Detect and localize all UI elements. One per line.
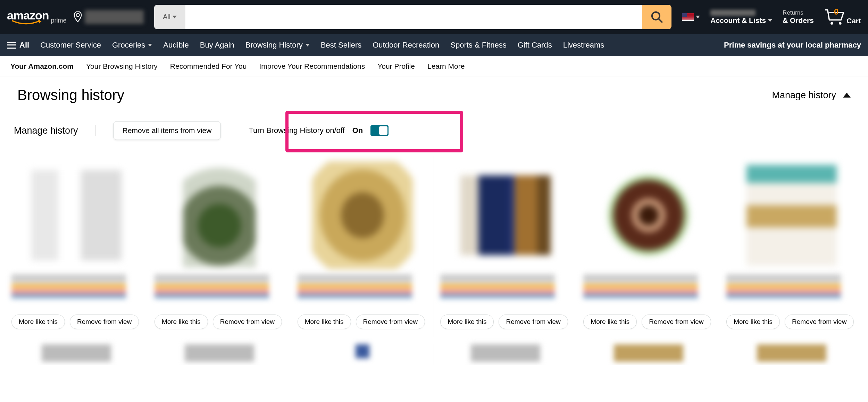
tab-your-amazon[interactable]: Your Amazon.com	[10, 62, 74, 70]
product-thumbnail[interactable]	[298, 160, 428, 271]
remove-from-view-button[interactable]: Remove from view	[642, 315, 711, 329]
chevron-up-icon	[843, 93, 851, 98]
history-card: More like this Remove from view	[434, 156, 577, 337]
history-tabs: Your Amazon.com Your Browsing History Re…	[0, 56, 868, 76]
chevron-down-icon	[696, 16, 700, 18]
history-grid-row2	[0, 344, 868, 365]
product-thumbnail[interactable]	[583, 160, 713, 271]
cart-label: Cart	[846, 17, 861, 25]
product-meta-blurred	[583, 274, 713, 309]
search-input[interactable]	[185, 5, 642, 29]
search-dept-label: All	[163, 13, 170, 21]
manage-history-toggle[interactable]: Manage history	[772, 90, 851, 101]
search-icon	[650, 10, 663, 24]
nav-sports-fitness[interactable]: Sports & Fitness	[450, 41, 506, 50]
returns-orders[interactable]: Returns & Orders	[783, 9, 814, 25]
returns-top: Returns	[783, 9, 814, 16]
history-toggle-switch[interactable]	[370, 125, 389, 136]
cart-link[interactable]: 0 Cart	[824, 9, 861, 25]
account-lists-label: Account & Lists	[710, 16, 766, 25]
svg-point-3	[839, 22, 841, 24]
tab-your-profile[interactable]: Your Profile	[377, 62, 415, 70]
more-like-this-button[interactable]: More like this	[298, 315, 351, 329]
manage-panel-heading: Manage history	[14, 125, 96, 136]
toggle-label: Turn Browsing History on/off	[249, 126, 344, 135]
hello-line	[710, 9, 772, 16]
nav-promo-link[interactable]: Prime savings at your local pharmacy	[724, 41, 861, 50]
product-meta-blurred	[440, 274, 570, 309]
nav-top: amazon prime All Account & Lists Returns	[0, 0, 868, 34]
nav-groceries[interactable]: Groceries	[112, 41, 152, 50]
deliver-to[interactable]	[73, 10, 144, 24]
more-like-this-button[interactable]: More like this	[155, 315, 208, 329]
history-card: More like this Remove from view	[720, 156, 863, 337]
nav-buy-again[interactable]: Buy Again	[200, 41, 234, 50]
history-card: More like this Remove from view	[148, 156, 291, 337]
nav-best-sellers[interactable]: Best Sellers	[321, 41, 361, 50]
manage-history-label: Manage history	[772, 90, 836, 101]
product-thumbnail[interactable]	[440, 160, 570, 271]
returns-main: & Orders	[783, 16, 814, 25]
nav-livestreams[interactable]: Livestreams	[563, 41, 604, 50]
chevron-down-icon	[173, 16, 177, 18]
search-department-dropdown[interactable]: All	[154, 5, 185, 29]
product-meta-blurred	[726, 274, 857, 309]
toggle-state-text: On	[352, 126, 363, 135]
tab-browsing-history[interactable]: Your Browsing History	[86, 62, 158, 70]
logo-text: amazon	[7, 9, 49, 22]
logo-prime-text: prime	[51, 17, 67, 24]
svg-point-2	[831, 22, 833, 24]
chevron-down-icon	[768, 19, 772, 22]
history-toggle-group: Turn Browsing History on/off On	[238, 120, 399, 141]
nav-outdoor-recreation[interactable]: Outdoor Recreation	[373, 41, 439, 50]
account-menu[interactable]: Account & Lists	[710, 9, 772, 25]
history-card: More like this Remove from view	[577, 156, 720, 337]
more-like-this-button[interactable]: More like this	[440, 315, 494, 329]
remove-from-view-button[interactable]: Remove from view	[70, 315, 139, 329]
product-thumbnail[interactable]	[726, 160, 857, 271]
hamburger-icon	[7, 42, 16, 49]
history-grid: More like this Remove from view More lik…	[0, 149, 868, 344]
remove-all-button[interactable]: Remove all items from view	[113, 121, 221, 140]
deliver-address-blurred	[85, 10, 144, 24]
nav-right: Account & Lists Returns & Orders 0 Cart	[682, 9, 861, 25]
nav-all-label: All	[19, 41, 29, 50]
more-like-this-button[interactable]: More like this	[11, 315, 65, 329]
tab-improve-recs[interactable]: Improve Your Recommendations	[259, 62, 365, 70]
more-like-this-button[interactable]: More like this	[726, 315, 780, 329]
remove-from-view-button[interactable]: Remove from view	[499, 315, 568, 329]
location-icon	[73, 11, 83, 23]
svg-line-1	[659, 18, 662, 22]
nav-customer-service[interactable]: Customer Service	[40, 41, 101, 50]
nav-sub: All Customer Service Groceries Audible B…	[0, 34, 868, 56]
history-card: More like this Remove from view	[291, 156, 434, 337]
search-button[interactable]	[642, 5, 671, 29]
nav-all-menu[interactable]: All	[7, 41, 29, 50]
remove-from-view-button[interactable]: Remove from view	[213, 315, 282, 329]
remove-from-view-button[interactable]: Remove from view	[785, 315, 854, 329]
language-selector[interactable]	[682, 13, 700, 21]
page-title: Browsing history	[17, 87, 124, 103]
product-meta-blurred	[11, 274, 142, 309]
nav-gift-cards[interactable]: Gift Cards	[518, 41, 552, 50]
product-thumbnail[interactable]	[155, 160, 285, 271]
remove-from-view-button[interactable]: Remove from view	[356, 315, 425, 329]
manage-panel: Manage history Remove all items from vie…	[0, 112, 868, 149]
svg-point-0	[652, 12, 660, 19]
nav-browsing-history[interactable]: Browsing History	[245, 41, 310, 50]
amazon-logo[interactable]: amazon prime	[7, 9, 69, 25]
product-meta-blurred	[155, 274, 285, 309]
chevron-down-icon	[148, 44, 152, 47]
chevron-down-icon	[306, 44, 310, 47]
page-header: Browsing history Manage history	[0, 76, 868, 112]
tab-recommended[interactable]: Recommended For You	[170, 62, 247, 70]
product-meta-blurred	[298, 274, 428, 309]
product-thumbnail[interactable]	[11, 160, 142, 271]
more-like-this-button[interactable]: More like this	[583, 315, 637, 329]
nav-audible[interactable]: Audible	[163, 41, 189, 50]
cart-count: 0	[834, 7, 838, 17]
flag-us-icon	[682, 13, 694, 21]
search-bar: All	[154, 5, 671, 29]
history-card: More like this Remove from view	[5, 156, 148, 337]
tab-learn-more[interactable]: Learn More	[427, 62, 465, 70]
